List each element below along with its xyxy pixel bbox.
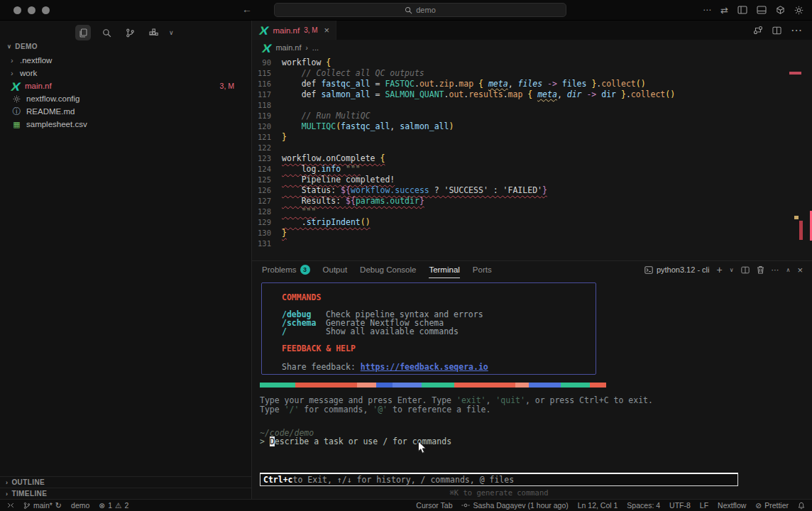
- swap-panels-icon[interactable]: ⇄: [720, 5, 728, 16]
- search-icon[interactable]: [99, 25, 114, 40]
- tab-terminal[interactable]: Terminal: [429, 261, 459, 278]
- tree-item-readme[interactable]: ⓘ README.md: [0, 105, 251, 118]
- split-terminal-icon[interactable]: [741, 266, 750, 274]
- explorer-section-header[interactable]: ∨ DEMO: [7, 43, 38, 50]
- breadcrumb-file[interactable]: main.nf: [275, 43, 301, 52]
- back-arrow-icon[interactable]: ←: [242, 4, 252, 15]
- more-actions-icon[interactable]: ⋯: [703, 5, 711, 15]
- more-actions-icon[interactable]: ⋯: [772, 265, 779, 275]
- toggle-panel-icon[interactable]: [757, 6, 767, 14]
- outline-section[interactable]: › OUTLINE: [0, 476, 251, 488]
- sync-icon[interactable]: ↻: [55, 501, 62, 510]
- tab-debug-console[interactable]: Debug Console: [360, 261, 416, 278]
- code-line[interactable]: 117 def salmon_all = SALMON_QUANT.out.re…: [252, 89, 812, 100]
- terminal-input-help[interactable]: Ctrl+c to Exit, ↑/↓ for history, / comma…: [260, 473, 738, 486]
- source-control-icon[interactable]: [122, 25, 138, 40]
- problems-status[interactable]: ⊗ 1 ⚠ 2: [99, 501, 128, 510]
- chevron-right-icon: ›: [6, 479, 8, 486]
- open-changes-icon[interactable]: [753, 26, 763, 35]
- git-blame-status[interactable]: Sasha Dagayev (1 hour ago): [461, 501, 568, 510]
- code-line[interactable]: 124 log.info """: [252, 164, 812, 175]
- cursor-tab-status[interactable]: Cursor Tab: [416, 501, 452, 510]
- code-line[interactable]: 125 Pipeline completed!: [252, 175, 812, 185]
- tab-output[interactable]: Output: [323, 261, 348, 278]
- code-line[interactable]: 127 Results: ${params.outdir}: [252, 196, 812, 207]
- mouse-cursor: [417, 441, 427, 455]
- command-row: /Show all available commands: [282, 327, 596, 336]
- language-mode[interactable]: Nextflow: [718, 501, 746, 510]
- explorer-sidebar: ∨ ∨ DEMO › .nextflow › work ❯❮ main.nf 3…: [0, 21, 252, 499]
- tree-item-nextflow-config[interactable]: nextflow.config: [0, 92, 251, 105]
- bottom-panel: Problems 3 Output Debug Console Terminal…: [252, 260, 812, 499]
- editor-tabbar: ❯❮ main.nf 3, M × ⋯: [252, 21, 812, 40]
- sidebar-toolbar: ∨: [75, 23, 174, 42]
- maximize-panel-icon[interactable]: ∧: [786, 267, 791, 273]
- close-window-button[interactable]: [13, 6, 21, 14]
- indentation-status[interactable]: Spaces: 4: [627, 501, 660, 510]
- settings-gear-icon[interactable]: [794, 6, 803, 15]
- chevron-right-icon: ›: [11, 69, 20, 77]
- code-line[interactable]: 116 def fastqc_all = FASTQC.out.zip.map …: [252, 79, 812, 89]
- tree-item-samplesheet[interactable]: ▦ samplesheet.csv: [0, 118, 251, 131]
- code-line[interactable]: 129 .stripIndent(): [252, 217, 812, 228]
- terminal-content[interactable]: COMMANDS /debugCheck pipeline syntax and…: [252, 278, 812, 499]
- vscode-window: ← demo ⋯ ⇄: [0, 0, 812, 511]
- code-line[interactable]: 131: [252, 238, 812, 249]
- command-center-search[interactable]: demo: [274, 3, 566, 17]
- breadcrumb-symbol[interactable]: ...: [312, 43, 319, 52]
- new-terminal-icon[interactable]: +: [717, 264, 723, 275]
- kill-terminal-trash-icon[interactable]: [757, 265, 764, 274]
- close-panel-icon[interactable]: ×: [797, 265, 803, 275]
- code-line[interactable]: 130}: [252, 228, 812, 238]
- timeline-section[interactable]: › TIMELINE: [0, 488, 251, 499]
- encoding-status[interactable]: UTF-8: [669, 501, 691, 510]
- code-line[interactable]: 119 // Run MultiQC: [252, 111, 812, 121]
- code-line[interactable]: 120 MULTIQC(fastqc_all, salmon_all): [252, 121, 812, 132]
- code-line[interactable]: 121}: [252, 132, 812, 143]
- workspace-status[interactable]: demo: [71, 501, 89, 510]
- gear-file-icon: [11, 95, 23, 103]
- code-line[interactable]: 123workflow.onComplete {: [252, 153, 812, 164]
- notifications-bell[interactable]: [798, 502, 805, 510]
- tab-problems[interactable]: Problems 3: [262, 261, 310, 278]
- git-branch-status[interactable]: main* ↻: [23, 501, 62, 510]
- customize-layout-icon[interactable]: [776, 6, 785, 15]
- tree-item-work-dir[interactable]: › work: [0, 67, 251, 79]
- extensions-icon[interactable]: [146, 25, 161, 40]
- chevron-down-icon[interactable]: ∨: [169, 29, 174, 36]
- code-line[interactable]: 115 // Collect all QC outputs: [252, 68, 812, 79]
- code-line[interactable]: 118: [252, 100, 812, 111]
- more-actions-icon[interactable]: ⋯: [791, 23, 802, 37]
- workspace-name: DEMO: [15, 43, 38, 50]
- prompt-char: >: [260, 436, 265, 446]
- active-terminal-item[interactable]: python3.12 - cli: [644, 265, 710, 274]
- rainbow-bar: [260, 383, 606, 388]
- close-tab-icon[interactable]: ×: [324, 25, 330, 35]
- feedback-link[interactable]: https://feedback.seqera.io: [361, 362, 488, 372]
- chevron-down-icon[interactable]: ∨: [730, 267, 734, 273]
- minimize-window-button[interactable]: [28, 6, 35, 14]
- eol-status[interactable]: LF: [700, 501, 708, 510]
- toggle-sidebar-icon[interactable]: [737, 6, 747, 14]
- copy-files-icon[interactable]: [75, 25, 91, 40]
- cursor-position[interactable]: Ln 12, Col 1: [578, 501, 618, 510]
- tab-ports[interactable]: Ports: [473, 261, 492, 278]
- tab-main-nf[interactable]: ❯❮ main.nf 3, M ×: [252, 21, 336, 40]
- code-line[interactable]: 126 Status: ${workflow.success ? 'SUCCES…: [252, 185, 812, 196]
- code-line[interactable]: 128 """: [252, 207, 812, 217]
- chevron-down-icon: ∨: [7, 43, 11, 50]
- tab-actions: ⋯: [753, 21, 812, 40]
- code-line[interactable]: 90workflow {: [252, 57, 812, 68]
- ruler-warning-mark: [794, 216, 799, 219]
- split-editor-icon[interactable]: [772, 26, 781, 35]
- nextflow-file-icon: ❯❮: [261, 44, 271, 52]
- maximize-window-button[interactable]: [42, 6, 50, 14]
- commands-heading: COMMANDS: [282, 292, 596, 302]
- code-lines[interactable]: 90workflow {115 // Collect all QC output…: [252, 55, 812, 260]
- breadcrumb[interactable]: ❯❮ main.nf › ...: [252, 40, 812, 55]
- tree-item-nextflow-dir[interactable]: › .nextflow: [0, 54, 251, 67]
- code-line[interactable]: 122: [252, 143, 812, 153]
- remote-indicator[interactable]: [7, 502, 14, 509]
- tree-item-main-nf[interactable]: ❯❮ main.nf 3, M: [0, 79, 251, 92]
- formatter-status[interactable]: ⊘ Prettier: [755, 501, 789, 510]
